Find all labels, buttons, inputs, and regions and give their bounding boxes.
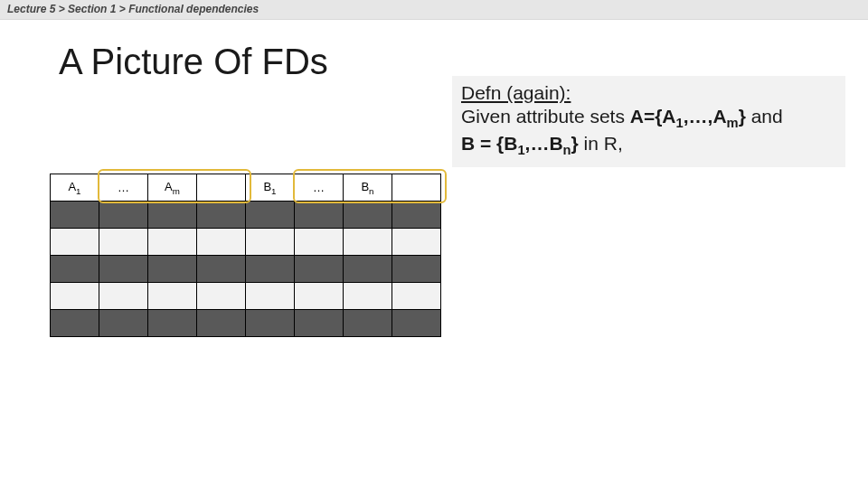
table-row bbox=[51, 229, 441, 256]
defn-text: and bbox=[746, 106, 783, 127]
col-extra bbox=[392, 174, 441, 202]
col-b-ellipsis: … bbox=[295, 174, 344, 202]
col-a-ellipsis: … bbox=[99, 174, 148, 202]
col-am: Am bbox=[148, 174, 197, 202]
breadcrumb-sep: > bbox=[119, 3, 126, 15]
relation-table-wrap: A1 … Am B1 … Bn bbox=[50, 174, 441, 337]
defn-heading: Defn (again): bbox=[461, 82, 571, 103]
table-row bbox=[51, 202, 441, 229]
table-row bbox=[51, 310, 441, 337]
defn-text: Given attribute sets bbox=[461, 106, 630, 127]
col-a1: A1 bbox=[51, 174, 99, 202]
defn-text: in R, bbox=[579, 133, 623, 154]
breadcrumb-sep: > bbox=[59, 3, 65, 15]
breadcrumb: Lecture 5 > Section 1 > Functional depen… bbox=[0, 0, 868, 20]
defn-set-a: A={A1,…,Am} bbox=[630, 106, 746, 127]
breadcrumb-section: Section 1 bbox=[68, 3, 116, 15]
definition-box: Defn (again): Given attribute sets A={A1… bbox=[452, 76, 845, 167]
table-row bbox=[51, 256, 441, 283]
table-row bbox=[51, 283, 441, 310]
col-spacer bbox=[197, 174, 246, 202]
breadcrumb-topic: Functional dependencies bbox=[128, 3, 259, 15]
breadcrumb-lecture: Lecture 5 bbox=[7, 3, 55, 15]
col-bn: Bn bbox=[344, 174, 392, 202]
slide-body: A Picture Of FDs Defn (again): Given att… bbox=[0, 20, 868, 488]
col-b1: B1 bbox=[246, 174, 295, 202]
relation-table: A1 … Am B1 … Bn bbox=[50, 174, 441, 337]
defn-set-b: B = {B1,…Bn} bbox=[461, 133, 579, 154]
table-header-row: A1 … Am B1 … Bn bbox=[51, 174, 441, 202]
page-title: A Picture Of FDs bbox=[59, 42, 328, 82]
